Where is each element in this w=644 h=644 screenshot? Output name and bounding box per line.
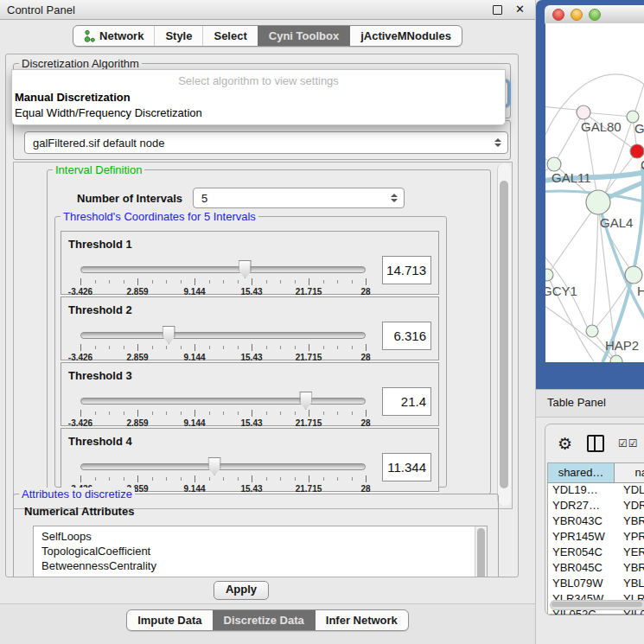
scale-label: 9.144 xyxy=(183,353,205,362)
scrollbar-thumb[interactable] xyxy=(477,528,485,577)
threshold-panel: Threshold 1-3.4262.8599.14415.4321.71528… xyxy=(61,231,439,295)
tick-mark xyxy=(152,477,153,481)
settings-panel: Discretization Algorithm Table Data galF… xyxy=(5,54,519,577)
slider-track[interactable] xyxy=(80,332,366,339)
tab-label: Infer Network xyxy=(326,614,398,627)
attribute-item-selfloops[interactable]: SelfLoops xyxy=(34,529,487,544)
tick-mark xyxy=(124,411,124,415)
scale-label: 21.715 xyxy=(296,287,322,296)
float-window-icon[interactable] xyxy=(493,5,502,15)
tick-mark xyxy=(309,475,309,482)
horizontal-scrollbar[interactable] xyxy=(550,600,644,610)
algorithm-group-title: Discretization Algorithm xyxy=(19,57,142,70)
tab-cyni-toolbox[interactable]: Cyni Toolbox xyxy=(258,26,349,46)
table-row[interactable]: YDL19…YDL1 xyxy=(548,483,644,499)
slider-handle[interactable] xyxy=(239,260,252,278)
scale-label: 21.715 xyxy=(296,353,322,362)
node-gal4[interactable] xyxy=(586,190,610,214)
slider-ticks xyxy=(80,410,366,418)
select-columns-checkboxes-icon[interactable]: ☑☑ xyxy=(618,437,639,450)
threshold-value-field[interactable]: 6.316 xyxy=(382,322,431,350)
tick-mark xyxy=(137,410,138,417)
table-data-value: galFiltered.sif default node xyxy=(33,137,164,150)
tick-mark xyxy=(209,280,210,284)
slider-ticks xyxy=(80,278,366,286)
tab-style[interactable]: Style xyxy=(154,26,202,46)
threshold-slider[interactable]: -3.4262.8599.14415.4321.71528 xyxy=(80,394,366,424)
node-h[interactable] xyxy=(625,266,642,284)
table-row[interactable]: YBL079WYBL0 xyxy=(548,577,644,592)
num-intervals-combobox[interactable]: 5 xyxy=(193,188,405,208)
slider-track[interactable] xyxy=(80,463,366,470)
gear-icon[interactable]: ⚙ xyxy=(558,434,572,453)
cell-shared-name: YBR043C xyxy=(548,514,618,530)
tick-mark xyxy=(323,280,324,284)
tab-infer-network[interactable]: Infer Network xyxy=(315,610,408,630)
list-scrollbar[interactable] xyxy=(475,526,487,577)
node-unlabeled[interactable] xyxy=(610,355,622,362)
slider-handle[interactable] xyxy=(208,457,221,475)
node-gal80[interactable] xyxy=(577,105,590,119)
table-row[interactable]: YER054CYER0 xyxy=(548,545,644,561)
column-header-shared-name[interactable]: shared… xyxy=(548,463,615,482)
cell-shared-name: YPR145W xyxy=(548,530,618,545)
tick-mark xyxy=(80,278,81,285)
node-c[interactable] xyxy=(630,144,644,158)
attribute-item-topologicalcoefficient[interactable]: TopologicalCoefficient xyxy=(34,544,487,558)
table-row[interactable]: YDR27…YDR2 xyxy=(548,499,644,514)
node-gcy1[interactable] xyxy=(545,269,553,281)
apply-button[interactable]: Apply xyxy=(214,581,269,600)
tab-jactivemnodules[interactable]: jActiveMNodules xyxy=(349,26,462,46)
slider-handle[interactable] xyxy=(163,326,175,344)
minimize-traffic-light-icon[interactable] xyxy=(571,9,583,21)
node-gal11[interactable] xyxy=(547,157,561,171)
close-icon[interactable]: ✕ xyxy=(515,3,525,16)
scale-label: 15.43 xyxy=(240,287,262,296)
close-traffic-light-icon[interactable] xyxy=(552,9,564,21)
scrollbar-thumb[interactable] xyxy=(500,181,508,488)
interval-definition-group: Interval Definition Number of Intervals … xyxy=(47,169,491,494)
tick-mark xyxy=(181,477,182,481)
tab-network[interactable]: Network xyxy=(73,26,154,46)
tick-mark xyxy=(266,280,267,284)
tab-discretize-data[interactable]: Discretize Data xyxy=(213,610,315,630)
tick-mark xyxy=(166,346,167,349)
vertical-scrollbar[interactable] xyxy=(497,163,511,506)
threshold-slider[interactable]: -3.4262.8599.14415.4321.71528 xyxy=(80,460,366,489)
mode-tabstrip-wrap: Impute DataDiscretize DataInfer Network xyxy=(0,609,535,631)
table-row[interactable]: YBR043CYBR0 xyxy=(548,514,644,530)
attribute-item-betweennesscentrality[interactable]: BetweennessCentrality xyxy=(34,558,487,573)
columns-icon[interactable] xyxy=(587,435,604,452)
threshold-value-field[interactable]: 11.344 xyxy=(382,453,431,481)
control-panel-titlebar: Control Panel ✕ xyxy=(0,0,535,20)
tick-mark xyxy=(280,280,281,284)
tick-mark xyxy=(124,477,124,481)
tick-mark xyxy=(95,477,96,481)
threshold-value-field[interactable]: 21.4 xyxy=(382,387,431,416)
threshold-value-field[interactable]: 14.713 xyxy=(382,256,431,284)
slider-handle[interactable] xyxy=(299,392,312,410)
slider-track[interactable] xyxy=(80,266,366,273)
table-data-combobox[interactable]: galFiltered.sif default node xyxy=(24,131,508,154)
tab-impute-data[interactable]: Impute Data xyxy=(127,610,212,630)
dropdown-placeholder: Select algorithm to view settings xyxy=(12,73,505,90)
table-row[interactable]: YPR145WYPR1 xyxy=(548,530,644,545)
node-hap2[interactable] xyxy=(586,325,598,337)
column-header-name[interactable]: na xyxy=(615,463,644,482)
zoom-traffic-light-icon[interactable] xyxy=(589,9,601,21)
threshold-slider[interactable]: -3.4262.8599.14415.4321.71528 xyxy=(80,263,366,292)
tab-select[interactable]: Select xyxy=(202,26,257,46)
network-canvas[interactable]: GAL80GACGAL11GAL4GCY1HHAP2 xyxy=(545,23,644,362)
tick-mark xyxy=(137,475,138,482)
scrollbar-thumb[interactable] xyxy=(552,602,642,607)
table-row[interactable]: YBR045CYBR0 xyxy=(548,561,644,577)
tick-mark xyxy=(194,278,195,285)
tick-mark xyxy=(309,278,309,285)
threshold-slider[interactable]: -3.4262.8599.14415.4321.71528 xyxy=(80,328,366,358)
dropdown-option-equal-width-frequency-discretization[interactable]: Equal Width/Frequency Discretization xyxy=(12,105,505,121)
attributes-list[interactable]: SelfLoopsTopologicalCoefficientBetweenne… xyxy=(33,526,488,577)
algorithm-dropdown: Select algorithm to view settings Manual… xyxy=(11,69,506,125)
tick-mark xyxy=(352,411,353,415)
slider-track[interactable] xyxy=(80,398,366,405)
dropdown-option-manual-discretization[interactable]: Manual Discretization xyxy=(12,90,505,105)
